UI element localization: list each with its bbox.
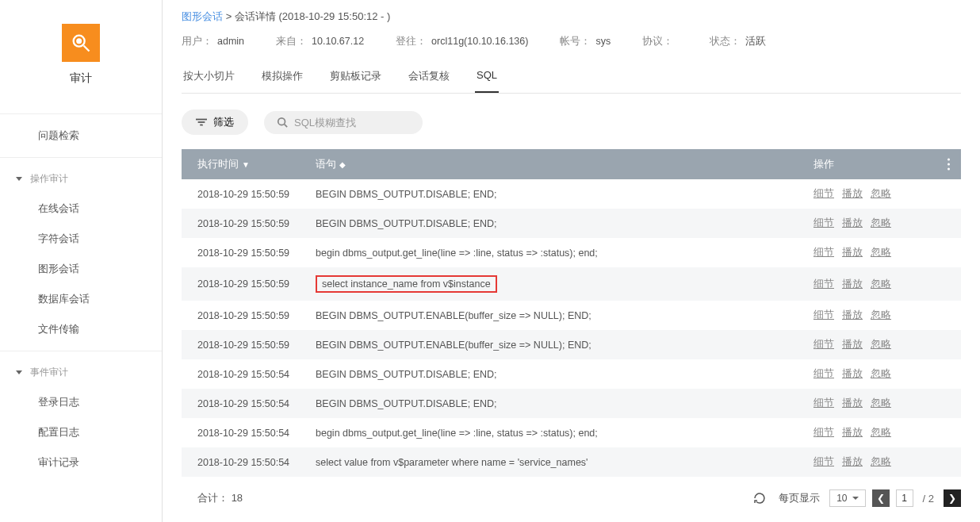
- table-row: 2018-10-29 15:50:59begin dbms_output.get…: [182, 238, 961, 267]
- nav-group-events[interactable]: 事件审计: [0, 358, 162, 387]
- sql-table: 执行时间▼ 语句◆ 操作 2018-10-29 15:50:59BEGIN DB…: [182, 149, 961, 477]
- action-detail[interactable]: 细节: [813, 309, 834, 320]
- nav-item[interactable]: 在线会话: [0, 194, 162, 224]
- nav-item[interactable]: 数据库会话: [0, 284, 162, 314]
- cell-actions: 细节播放忽略: [802, 418, 961, 447]
- cell-actions: 细节播放忽略: [802, 238, 961, 267]
- action-detail[interactable]: 细节: [813, 217, 834, 228]
- cell-actions: 细节播放忽略: [802, 447, 961, 477]
- filter-label: 筛选: [213, 115, 234, 129]
- cell-sql: BEGIN DBMS_OUTPUT.ENABLE(buffer_size => …: [304, 330, 802, 359]
- nav-item[interactable]: 登录日志: [0, 387, 162, 417]
- table-row: 2018-10-29 15:50:54select value from v$p…: [182, 447, 961, 477]
- tab[interactable]: 按大小切片: [182, 63, 236, 93]
- cell-actions: 细节播放忽略: [802, 330, 961, 359]
- th-sql[interactable]: 语句◆: [304, 149, 802, 179]
- th-time[interactable]: 执行时间▼: [182, 149, 304, 179]
- nav-item[interactable]: 审计记录: [0, 447, 162, 478]
- action-play[interactable]: 播放: [842, 309, 863, 320]
- prev-page-button[interactable]: ❮: [872, 489, 890, 507]
- page-size-select[interactable]: 10: [829, 489, 865, 507]
- th-actions: 操作: [802, 149, 961, 179]
- refresh-icon[interactable]: [753, 492, 766, 505]
- total-count: 合计： 18: [182, 491, 753, 505]
- action-ignore[interactable]: 忽略: [871, 188, 891, 199]
- action-ignore[interactable]: 忽略: [871, 427, 891, 438]
- action-play[interactable]: 播放: [842, 217, 863, 228]
- action-play[interactable]: 播放: [842, 427, 863, 438]
- cell-time: 2018-10-29 15:50:59: [182, 330, 304, 359]
- cell-time: 2018-10-29 15:50:54: [182, 389, 304, 418]
- info-status-label: 状态：: [710, 36, 741, 47]
- action-detail[interactable]: 细节: [813, 456, 834, 467]
- action-play[interactable]: 播放: [842, 456, 863, 467]
- sort-icon: ◆: [339, 160, 346, 169]
- tab[interactable]: 模拟操作: [260, 63, 304, 93]
- action-ignore[interactable]: 忽略: [871, 397, 891, 409]
- cell-time: 2018-10-29 15:50:59: [182, 209, 304, 238]
- info-user: admin: [217, 36, 244, 47]
- nav-group-operations[interactable]: 操作审计: [0, 164, 162, 194]
- tabs: 按大小切片模拟操作剪贴板记录会话复核SQL: [182, 63, 961, 94]
- nav-item[interactable]: 配置日志: [0, 417, 162, 447]
- nav-item[interactable]: 图形会话: [0, 254, 162, 284]
- action-detail[interactable]: 细节: [813, 368, 834, 379]
- breadcrumb: 图形会话 > 会话详情 (2018-10-29 15:50:12 - ): [182, 10, 961, 24]
- info-protocol-label: 协议：: [642, 36, 673, 47]
- divider: [0, 157, 162, 158]
- search-box[interactable]: [264, 111, 423, 134]
- filter-icon: [196, 117, 207, 127]
- info-user-label: 用户：: [182, 36, 212, 47]
- action-ignore[interactable]: 忽略: [871, 368, 891, 379]
- nav-item-search[interactable]: 问题检索: [0, 121, 162, 151]
- chevron-down-icon: [16, 177, 22, 181]
- cell-actions: 细节播放忽略: [802, 359, 961, 389]
- cell-sql: begin dbms_output.get_line(line => :line…: [304, 418, 802, 447]
- action-play[interactable]: 播放: [842, 397, 863, 409]
- tab[interactable]: 剪贴板记录: [328, 63, 383, 93]
- tab[interactable]: SQL: [475, 63, 499, 93]
- action-detail[interactable]: 细节: [813, 278, 834, 290]
- cell-sql: begin dbms_output.get_line(line => :line…: [304, 238, 802, 267]
- action-play[interactable]: 播放: [842, 339, 863, 350]
- action-play[interactable]: 播放: [842, 278, 863, 290]
- breadcrumb-root[interactable]: 图形会话: [182, 10, 223, 22]
- svg-line-7: [285, 125, 288, 128]
- cell-actions: 细节播放忽略: [802, 179, 961, 209]
- app-title: 审计: [0, 71, 162, 86]
- nav-item[interactable]: 字符会话: [0, 224, 162, 254]
- tab[interactable]: 会话复核: [407, 63, 451, 93]
- action-detail[interactable]: 细节: [813, 247, 834, 258]
- table-row: 2018-10-29 15:50:59BEGIN DBMS_OUTPUT.ENA…: [182, 301, 961, 330]
- nav-group-label: 事件审计: [30, 366, 68, 379]
- info-from: 10.10.67.12: [312, 36, 364, 47]
- action-ignore[interactable]: 忽略: [871, 247, 891, 258]
- session-info: 用户：admin 来自：10.10.67.12 登往：orcl11g(10.10…: [182, 35, 961, 48]
- next-page-button[interactable]: ❯: [944, 489, 961, 507]
- action-detail[interactable]: 细节: [813, 397, 834, 409]
- action-ignore[interactable]: 忽略: [871, 278, 891, 290]
- more-options-icon[interactable]: [947, 159, 950, 171]
- action-detail[interactable]: 细节: [813, 339, 834, 350]
- info-login-label: 登往：: [396, 36, 427, 47]
- sort-desc-icon: ▼: [242, 160, 250, 169]
- nav-item[interactable]: 文件传输: [0, 314, 162, 344]
- info-account: sys: [595, 36, 611, 47]
- filter-button[interactable]: 筛选: [182, 109, 248, 135]
- action-ignore[interactable]: 忽略: [871, 217, 891, 228]
- cell-sql: select instance_name from v$instance: [304, 267, 802, 301]
- nav-group-label: 操作审计: [30, 172, 68, 186]
- action-ignore[interactable]: 忽略: [871, 339, 891, 350]
- action-detail[interactable]: 细节: [813, 188, 834, 199]
- action-ignore[interactable]: 忽略: [871, 309, 891, 320]
- search-input[interactable]: [294, 117, 410, 129]
- action-play[interactable]: 播放: [842, 188, 863, 199]
- cell-actions: 细节播放忽略: [802, 209, 961, 238]
- action-detail[interactable]: 细节: [813, 427, 834, 438]
- action-ignore[interactable]: 忽略: [871, 456, 891, 467]
- current-page[interactable]: 1: [896, 489, 913, 507]
- cell-sql: BEGIN DBMS_OUTPUT.DISABLE; END;: [304, 209, 802, 238]
- info-status: 活跃: [745, 36, 766, 47]
- action-play[interactable]: 播放: [842, 368, 863, 379]
- action-play[interactable]: 播放: [842, 247, 863, 258]
